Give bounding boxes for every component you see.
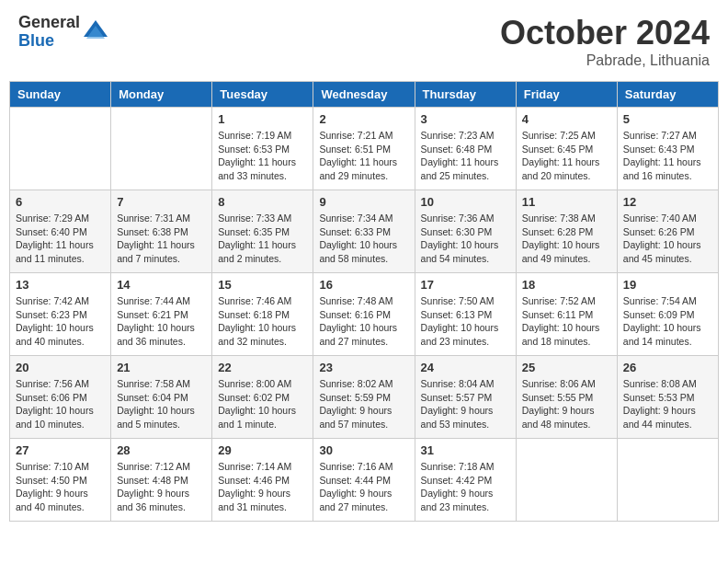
calendar-cell: [111, 108, 212, 190]
calendar-cell: 9Sunrise: 7:34 AM Sunset: 6:33 PM Daylig…: [313, 190, 415, 273]
day-info: Sunrise: 7:46 AM Sunset: 6:18 PM Dayligh…: [218, 294, 307, 349]
weekday-header-friday: Friday: [516, 82, 617, 108]
day-info: Sunrise: 7:56 AM Sunset: 6:06 PM Dayligh…: [16, 377, 105, 431]
calendar-cell: 18Sunrise: 7:52 AM Sunset: 6:11 PM Dayli…: [516, 273, 617, 356]
day-number: 12: [623, 195, 712, 209]
calendar-cell: 3Sunrise: 7:23 AM Sunset: 6:48 PM Daylig…: [415, 108, 516, 190]
calendar-cell: [10, 108, 111, 190]
week-row-1: 1Sunrise: 7:19 AM Sunset: 6:53 PM Daylig…: [10, 108, 719, 190]
day-info: Sunrise: 7:52 AM Sunset: 6:11 PM Dayligh…: [522, 294, 611, 349]
day-info: Sunrise: 7:29 AM Sunset: 6:40 PM Dayligh…: [16, 212, 105, 266]
day-number: 8: [218, 195, 307, 209]
day-info: Sunrise: 7:50 AM Sunset: 6:13 PM Dayligh…: [421, 294, 510, 349]
month-title: October 2024: [500, 14, 710, 52]
day-number: 19: [623, 278, 712, 292]
calendar-cell: 15Sunrise: 7:46 AM Sunset: 6:18 PM Dayli…: [212, 273, 313, 356]
weekday-header-saturday: Saturday: [617, 82, 718, 108]
day-info: Sunrise: 7:33 AM Sunset: 6:35 PM Dayligh…: [218, 212, 307, 266]
day-info: Sunrise: 7:12 AM Sunset: 4:48 PM Dayligh…: [117, 460, 206, 514]
day-info: Sunrise: 7:14 AM Sunset: 4:46 PM Dayligh…: [218, 460, 307, 514]
weekday-header-thursday: Thursday: [415, 82, 516, 108]
week-row-4: 20Sunrise: 7:56 AM Sunset: 6:06 PM Dayli…: [10, 356, 719, 439]
day-info: Sunrise: 7:10 AM Sunset: 4:50 PM Dayligh…: [16, 460, 105, 514]
day-info: Sunrise: 7:19 AM Sunset: 6:53 PM Dayligh…: [218, 129, 307, 183]
calendar-cell: 28Sunrise: 7:12 AM Sunset: 4:48 PM Dayli…: [111, 439, 212, 522]
calendar-cell: 13Sunrise: 7:42 AM Sunset: 6:23 PM Dayli…: [10, 273, 111, 356]
calendar-cell: 25Sunrise: 8:06 AM Sunset: 5:55 PM Dayli…: [516, 356, 617, 439]
day-info: Sunrise: 7:44 AM Sunset: 6:21 PM Dayligh…: [117, 294, 206, 349]
day-info: Sunrise: 7:42 AM Sunset: 6:23 PM Dayligh…: [16, 294, 105, 349]
day-info: Sunrise: 8:06 AM Sunset: 5:55 PM Dayligh…: [522, 377, 611, 431]
weekday-header-row: SundayMondayTuesdayWednesdayThursdayFrid…: [10, 82, 719, 108]
day-number: 23: [319, 361, 408, 374]
calendar-cell: 19Sunrise: 7:54 AM Sunset: 6:09 PM Dayli…: [617, 273, 718, 356]
calendar-cell: 14Sunrise: 7:44 AM Sunset: 6:21 PM Dayli…: [111, 273, 212, 356]
logo-general-text: General: [18, 14, 80, 32]
day-number: 3: [421, 112, 510, 126]
day-number: 6: [16, 195, 105, 209]
calendar-cell: 22Sunrise: 8:00 AM Sunset: 6:02 PM Dayli…: [212, 356, 313, 439]
weekday-header-monday: Monday: [111, 82, 212, 108]
week-row-2: 6Sunrise: 7:29 AM Sunset: 6:40 PM Daylig…: [10, 190, 719, 273]
day-number: 27: [16, 443, 105, 457]
calendar-cell: 1Sunrise: 7:19 AM Sunset: 6:53 PM Daylig…: [212, 108, 313, 190]
day-number: 4: [522, 112, 611, 126]
day-info: Sunrise: 7:25 AM Sunset: 6:45 PM Dayligh…: [522, 129, 611, 183]
day-number: 30: [319, 443, 408, 457]
day-info: Sunrise: 8:08 AM Sunset: 5:53 PM Dayligh…: [623, 377, 712, 431]
day-info: Sunrise: 7:18 AM Sunset: 4:42 PM Dayligh…: [421, 460, 510, 514]
day-info: Sunrise: 7:27 AM Sunset: 6:43 PM Dayligh…: [623, 129, 712, 183]
calendar-cell: 30Sunrise: 7:16 AM Sunset: 4:44 PM Dayli…: [313, 439, 415, 522]
day-number: 18: [522, 278, 611, 292]
day-info: Sunrise: 7:40 AM Sunset: 6:26 PM Dayligh…: [623, 212, 712, 266]
week-row-5: 27Sunrise: 7:10 AM Sunset: 4:50 PM Dayli…: [10, 439, 719, 522]
day-info: Sunrise: 7:58 AM Sunset: 6:04 PM Dayligh…: [117, 377, 206, 431]
calendar-cell: 24Sunrise: 8:04 AM Sunset: 5:57 PM Dayli…: [415, 356, 516, 439]
title-block: October 2024 Pabrade, Lithuania: [500, 14, 710, 69]
calendar-cell: 23Sunrise: 8:02 AM Sunset: 5:59 PM Dayli…: [313, 356, 415, 439]
day-info: Sunrise: 7:31 AM Sunset: 6:38 PM Dayligh…: [117, 212, 206, 266]
location: Pabrade, Lithuania: [500, 52, 710, 69]
calendar-cell: 7Sunrise: 7:31 AM Sunset: 6:38 PM Daylig…: [111, 190, 212, 273]
day-number: 10: [421, 195, 510, 209]
day-number: 21: [117, 361, 206, 374]
page-header: General Blue October 2024 Pabrade, Lithu…: [9, 9, 719, 74]
day-info: Sunrise: 7:48 AM Sunset: 6:16 PM Dayligh…: [319, 294, 408, 349]
day-number: 24: [421, 361, 510, 374]
calendar-cell: 8Sunrise: 7:33 AM Sunset: 6:35 PM Daylig…: [212, 190, 313, 273]
week-row-3: 13Sunrise: 7:42 AM Sunset: 6:23 PM Dayli…: [10, 273, 719, 356]
day-info: Sunrise: 8:02 AM Sunset: 5:59 PM Dayligh…: [319, 377, 408, 431]
day-number: 16: [319, 278, 408, 292]
day-number: 29: [218, 443, 307, 457]
calendar-cell: 2Sunrise: 7:21 AM Sunset: 6:51 PM Daylig…: [313, 108, 415, 190]
day-number: 26: [623, 361, 712, 374]
day-info: Sunrise: 7:34 AM Sunset: 6:33 PM Dayligh…: [319, 212, 408, 266]
day-number: 25: [522, 361, 611, 374]
calendar-cell: 20Sunrise: 7:56 AM Sunset: 6:06 PM Dayli…: [10, 356, 111, 439]
day-number: 2: [319, 112, 408, 126]
calendar-cell: 21Sunrise: 7:58 AM Sunset: 6:04 PM Dayli…: [111, 356, 212, 439]
calendar-cell: [516, 439, 617, 522]
day-number: 1: [218, 112, 307, 126]
day-number: 28: [117, 443, 206, 457]
calendar-cell: 16Sunrise: 7:48 AM Sunset: 6:16 PM Dayli…: [313, 273, 415, 356]
day-number: 15: [218, 278, 307, 292]
day-number: 9: [319, 195, 408, 209]
calendar-cell: 31Sunrise: 7:18 AM Sunset: 4:42 PM Dayli…: [415, 439, 516, 522]
day-number: 17: [421, 278, 510, 292]
calendar-cell: 5Sunrise: 7:27 AM Sunset: 6:43 PM Daylig…: [617, 108, 718, 190]
calendar-cell: 17Sunrise: 7:50 AM Sunset: 6:13 PM Dayli…: [415, 273, 516, 356]
day-number: 14: [117, 278, 206, 292]
day-number: 20: [16, 361, 105, 374]
day-number: 22: [218, 361, 307, 374]
calendar-cell: 4Sunrise: 7:25 AM Sunset: 6:45 PM Daylig…: [516, 108, 617, 190]
day-number: 5: [623, 112, 712, 126]
calendar-cell: 6Sunrise: 7:29 AM Sunset: 6:40 PM Daylig…: [10, 190, 111, 273]
logo: General Blue: [18, 14, 109, 51]
day-number: 7: [117, 195, 206, 209]
day-number: 13: [16, 278, 105, 292]
day-info: Sunrise: 7:23 AM Sunset: 6:48 PM Dayligh…: [421, 129, 510, 183]
day-info: Sunrise: 7:21 AM Sunset: 6:51 PM Dayligh…: [319, 129, 408, 183]
day-info: Sunrise: 7:36 AM Sunset: 6:30 PM Dayligh…: [421, 212, 510, 266]
calendar-cell: 10Sunrise: 7:36 AM Sunset: 6:30 PM Dayli…: [415, 190, 516, 273]
